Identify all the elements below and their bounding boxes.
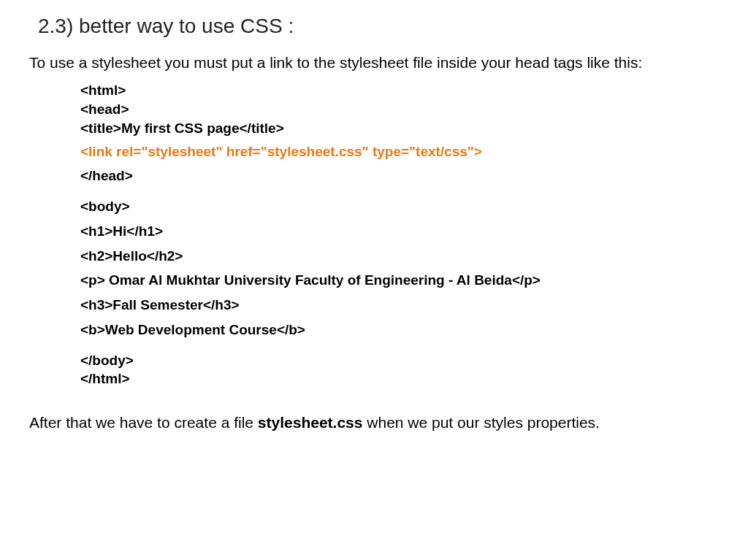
code-line: <html> — [80, 82, 719, 99]
code-line: <head> — [80, 101, 719, 118]
outro-text: After that we have to create a file styl… — [29, 414, 719, 431]
code-line: <h1>Hi</h1> — [80, 223, 719, 240]
outro-post: when we put our styles properties. — [362, 414, 600, 431]
code-line: <p> Omar Al Mukhtar University Faculty o… — [80, 272, 719, 289]
code-line: </head> — [80, 167, 719, 185]
code-line: <h2>Hello</h2> — [80, 248, 719, 265]
code-line: <body> — [80, 198, 719, 215]
outro-pre: After that we have to create a file — [29, 414, 258, 431]
intro-text: To use a stylesheet you must put a link … — [29, 54, 719, 72]
code-example: <html> <head> <title>My first CSS page</… — [80, 82, 719, 388]
code-line: <b>Web Development Course</b> — [80, 321, 719, 339]
code-line: </body> — [80, 352, 719, 369]
code-highlight-line: <link rel="stylesheet" href="stylesheet.… — [80, 144, 719, 160]
code-line: <h3>Fall Semester</h3> — [80, 296, 719, 314]
code-line: <title>My first CSS page</title> — [80, 120, 719, 137]
section-heading: 2.3) better way to use CSS : — [38, 15, 719, 38]
code-line: </html> — [80, 370, 719, 388]
outro-bold: stylesheet.css — [258, 414, 363, 431]
